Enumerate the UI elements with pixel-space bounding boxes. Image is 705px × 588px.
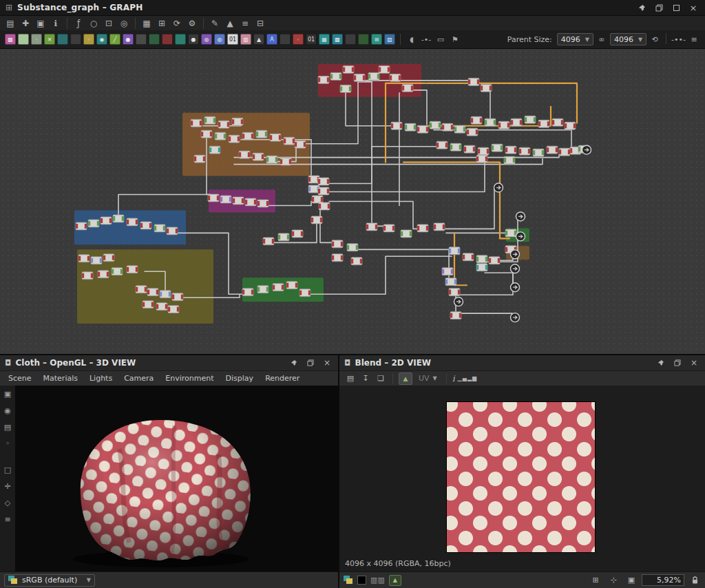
graph-output-node[interactable] [511, 250, 520, 259]
graph-node[interactable] [257, 200, 269, 207]
graph-node[interactable] [113, 215, 124, 222]
graph-node[interactable] [318, 76, 329, 83]
graph-node[interactable] [343, 65, 354, 73]
uv-dropdown[interactable]: UV▼ [415, 374, 441, 383]
blur-node-icon[interactable]: ◦ [31, 34, 42, 45]
graph-node[interactable] [505, 146, 516, 154]
copy-image-icon[interactable]: ❏ [375, 372, 387, 385]
graph-node[interactable] [220, 196, 231, 203]
hsl-node-icon[interactable] [149, 34, 160, 45]
graph-output-node[interactable] [511, 313, 520, 322]
graph-node[interactable] [311, 216, 322, 224]
search-icon[interactable]: ○ [87, 17, 101, 30]
graph-output-node[interactable] [516, 232, 525, 241]
graph-node[interactable] [156, 303, 167, 311]
pin-note-icon[interactable]: ⚑ [449, 33, 461, 45]
graph-node[interactable] [332, 240, 343, 248]
camera-icon[interactable]: ▣ [4, 390, 11, 399]
close-window-icon[interactable]: × [687, 2, 699, 13]
histogram-icon[interactable]: ▁▄▂▆ [458, 372, 478, 385]
menu-environment[interactable]: Environment [165, 374, 213, 383]
shape-node-icon[interactable]: ◍ [201, 34, 212, 45]
graph-output-node[interactable] [516, 212, 525, 221]
graph-node[interactable] [383, 224, 394, 232]
view3d-viewport[interactable]: ▣◉▤◦□✛◇≡ [0, 386, 338, 571]
graph-node[interactable] [559, 148, 570, 156]
graph-node[interactable] [191, 119, 202, 127]
edit-icon[interactable]: ✎ [208, 17, 222, 30]
graph-node[interactable] [82, 272, 93, 280]
graph-node[interactable] [98, 271, 109, 278]
graph-node[interactable] [253, 153, 264, 160]
graph-node[interactable] [489, 257, 500, 264]
graph-node[interactable] [127, 266, 138, 273]
graph-node[interactable] [368, 72, 379, 80]
graph-node[interactable] [245, 198, 256, 206]
graph-node[interactable] [340, 85, 351, 92]
close-panel-icon[interactable]: × [321, 357, 333, 368]
normal-node-icon[interactable] [175, 34, 186, 45]
graph-node[interactable] [167, 227, 178, 235]
graph-node[interactable] [476, 255, 487, 263]
fit-image-icon[interactable]: ▣ [625, 574, 638, 587]
graph-node[interactable] [471, 116, 482, 124]
graph-node[interactable] [347, 244, 358, 251]
distance-node-icon[interactable]: ◉ [96, 34, 107, 45]
graph-node[interactable] [284, 137, 295, 145]
dock-window-icon[interactable] [670, 2, 682, 13]
graph-node[interactable] [147, 288, 158, 296]
graph-node[interactable] [547, 146, 558, 154]
dark-a-node-icon[interactable] [280, 34, 291, 45]
colorspace-icon[interactable] [344, 576, 353, 585]
grid-options-icon[interactable]: ⊟ [253, 17, 267, 30]
reset-size-icon[interactable]: ⟲ [649, 33, 661, 45]
graph-node[interactable] [273, 284, 284, 291]
graph-node[interactable] [136, 286, 147, 293]
align-nodes-icon[interactable]: ≡ [238, 17, 252, 30]
graph-node[interactable] [442, 268, 453, 275]
graph-node[interactable] [552, 118, 563, 126]
tools-icon[interactable]: ⚙ [185, 17, 199, 30]
graph-output-node[interactable] [582, 145, 591, 154]
graph-node[interactable] [208, 194, 219, 202]
zoom-level-input[interactable] [642, 574, 684, 586]
dark-b-node-icon[interactable] [345, 34, 356, 45]
sharpen-node-icon[interactable]: ● [188, 34, 199, 45]
graph-node[interactable] [318, 187, 329, 195]
parent-height-dropdown[interactable]: 4096▼ [610, 33, 646, 45]
graph-node[interactable] [330, 72, 341, 80]
graph-node[interactable] [242, 132, 253, 140]
graph-node[interactable] [565, 122, 576, 129]
sphere-node-icon[interactable]: ● [123, 34, 134, 45]
tile-generator-node-icon[interactable]: ▦ [319, 34, 330, 45]
graph-node[interactable] [498, 121, 509, 129]
graph-node[interactable] [233, 197, 244, 204]
graph-node[interactable] [266, 156, 277, 163]
graph-node[interactable] [436, 141, 448, 149]
graph-node[interactable] [280, 158, 291, 165]
graph-node[interactable] [204, 116, 215, 124]
texture-preview[interactable] [447, 402, 595, 552]
graph-node[interactable] [103, 254, 114, 262]
graph-node[interactable] [270, 134, 281, 141]
view2d-viewport[interactable]: 4096 x 4096 (RGBA, 16bpc) [339, 386, 705, 571]
fit-view-icon[interactable]: ⊡ [102, 17, 116, 30]
focus-selected-icon[interactable]: ◎ [117, 17, 131, 30]
graph-node[interactable] [401, 230, 412, 238]
graph-node[interactable] [485, 118, 496, 126]
graph-node[interactable] [101, 217, 112, 224]
new-graph-icon[interactable]: ▤ [3, 17, 17, 30]
graph-node[interactable] [91, 257, 102, 264]
curve-node-icon[interactable] [57, 34, 68, 45]
graph-node[interactable] [463, 253, 474, 261]
graph-node[interactable] [292, 230, 303, 238]
graph-node[interactable] [354, 74, 365, 81]
export-image-icon[interactable]: ▤ [344, 372, 357, 385]
display-icon[interactable]: ▤ [4, 423, 11, 432]
graph-node[interactable] [168, 306, 179, 313]
graph-node[interactable] [257, 286, 269, 293]
graph-node[interactable] [445, 278, 456, 286]
graph-node[interactable] [430, 121, 441, 129]
graph-node[interactable] [160, 291, 171, 298]
graph-node[interactable] [525, 116, 536, 123]
